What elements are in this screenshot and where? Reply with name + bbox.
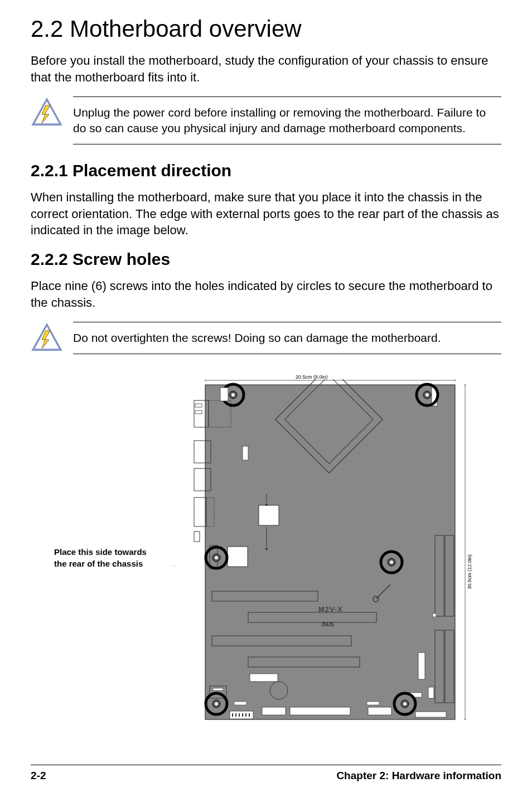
placement-paragraph: When installing the motherboard, make su… bbox=[31, 189, 501, 239]
motherboard-svg bbox=[190, 379, 468, 725]
svg-rect-39 bbox=[368, 707, 391, 715]
svg-rect-50 bbox=[250, 674, 278, 682]
svg-point-73 bbox=[215, 556, 218, 559]
placement-heading: 2.2.1 Placement direction bbox=[31, 161, 501, 180]
svg-rect-40 bbox=[415, 712, 446, 717]
arrow-icon bbox=[156, 566, 190, 566]
screw-paragraph: Place nine (6) screws into the holes ind… bbox=[31, 278, 501, 311]
svg-rect-16 bbox=[194, 532, 200, 542]
svg-point-74 bbox=[390, 561, 393, 564]
warning-box-1: Unplug the power cord before installing … bbox=[31, 96, 501, 144]
svg-rect-17 bbox=[243, 446, 248, 460]
screw-heading: 2.2.2 Screw holes bbox=[31, 250, 501, 269]
svg-rect-10 bbox=[195, 404, 202, 407]
svg-rect-28 bbox=[228, 547, 248, 567]
svg-rect-45 bbox=[245, 713, 246, 717]
svg-rect-77 bbox=[220, 388, 228, 401]
svg-point-27 bbox=[265, 548, 268, 550]
svg-point-75 bbox=[215, 702, 218, 706]
brand-logo: /SUS bbox=[322, 620, 350, 629]
svg-rect-41 bbox=[232, 713, 233, 717]
svg-rect-53 bbox=[433, 613, 436, 617]
intro-paragraph: Before you install the motherboard, stud… bbox=[31, 52, 501, 85]
svg-point-71 bbox=[231, 393, 235, 397]
svg-rect-44 bbox=[242, 713, 243, 717]
svg-rect-47 bbox=[234, 702, 246, 705]
chapter-title: Chapter 2: Hardware information bbox=[336, 770, 501, 782]
section-heading: 2.2 Motherboard overview bbox=[31, 16, 501, 42]
svg-rect-11 bbox=[195, 410, 202, 414]
svg-rect-35 bbox=[213, 688, 223, 690]
svg-rect-42 bbox=[235, 713, 236, 717]
warning-1-text: Unplug the power cord before installing … bbox=[73, 105, 501, 136]
svg-point-72 bbox=[425, 393, 429, 397]
svg-point-76 bbox=[403, 702, 407, 706]
board-model-label: M2V-X bbox=[318, 605, 343, 613]
svg-rect-23 bbox=[259, 505, 279, 525]
svg-rect-46 bbox=[249, 713, 250, 717]
warning-box-2: Do not overtighten the screws! Doing so … bbox=[31, 322, 501, 355]
warning-icon bbox=[31, 323, 63, 355]
svg-point-25 bbox=[265, 504, 268, 506]
page-number: 2-2 bbox=[31, 770, 46, 782]
svg-rect-48 bbox=[367, 702, 379, 705]
svg-rect-56 bbox=[418, 653, 425, 679]
diagram-side-label: Place this side towards the rear of the … bbox=[54, 547, 160, 569]
svg-rect-37 bbox=[262, 707, 286, 715]
warning-2-text: Do not overtighten the screws! Doing so … bbox=[73, 330, 501, 346]
warning-icon bbox=[31, 98, 63, 129]
svg-rect-38 bbox=[290, 707, 350, 715]
svg-rect-57 bbox=[428, 687, 434, 698]
svg-rect-14 bbox=[194, 497, 206, 526]
svg-text:/SUS: /SUS bbox=[322, 621, 334, 627]
svg-rect-43 bbox=[239, 713, 240, 717]
page-footer: 2-2 Chapter 2: Hardware information bbox=[31, 765, 501, 782]
motherboard-diagram: Place this side towards the rear of the … bbox=[31, 359, 501, 727]
